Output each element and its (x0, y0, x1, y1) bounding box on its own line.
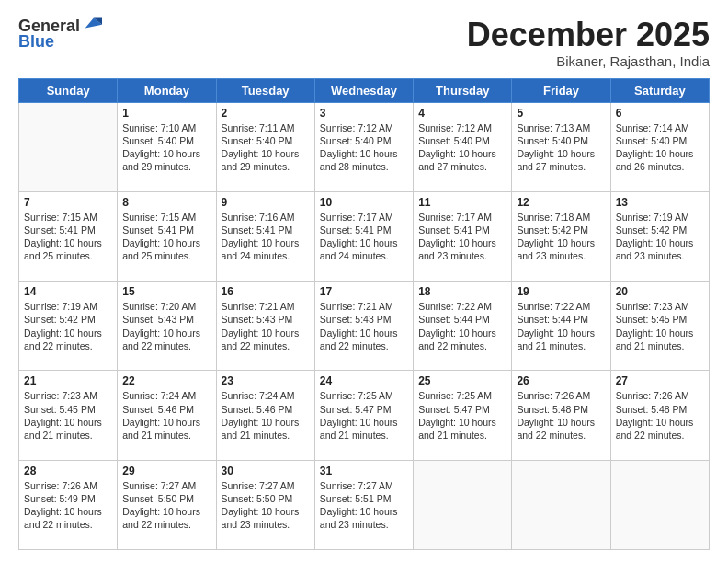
calendar-cell: 8Sunrise: 7:15 AM Sunset: 5:41 PM Daylig… (118, 191, 216, 281)
header: General Blue December 2025 Bikaner, Raja… (18, 17, 710, 69)
day-number: 12 (517, 196, 605, 209)
day-info: Sunrise: 7:10 AM Sunset: 5:40 PM Dayligh… (122, 121, 210, 174)
calendar-cell: 20Sunrise: 7:23 AM Sunset: 5:45 PM Dayli… (610, 282, 709, 371)
day-info: Sunrise: 7:17 AM Sunset: 5:41 PM Dayligh… (418, 211, 506, 263)
day-info: Sunrise: 7:14 AM Sunset: 5:40 PM Dayligh… (616, 121, 704, 174)
day-number: 16 (222, 285, 310, 298)
calendar-cell: 24Sunrise: 7:25 AM Sunset: 5:47 PM Dayli… (314, 371, 413, 460)
day-number: 5 (517, 107, 605, 120)
day-number: 4 (418, 107, 506, 120)
calendar-cell: 19Sunrise: 7:22 AM Sunset: 5:44 PM Dayli… (512, 282, 610, 371)
day-number: 31 (320, 465, 408, 477)
calendar-cell: 13Sunrise: 7:19 AM Sunset: 5:42 PM Dayli… (610, 191, 709, 281)
day-info: Sunrise: 7:22 AM Sunset: 5:44 PM Dayligh… (418, 300, 506, 352)
calendar-week-5: 28Sunrise: 7:26 AM Sunset: 5:49 PM Dayli… (19, 460, 710, 549)
day-number: 28 (24, 465, 112, 477)
calendar-cell: 9Sunrise: 7:16 AM Sunset: 5:41 PM Daylig… (216, 191, 314, 281)
calendar-cell (414, 460, 512, 549)
logo: General Blue (18, 17, 102, 52)
day-number: 9 (222, 196, 310, 209)
calendar-cell: 16Sunrise: 7:21 AM Sunset: 5:43 PM Dayli… (216, 282, 314, 371)
day-info: Sunrise: 7:16 AM Sunset: 5:41 PM Dayligh… (222, 211, 310, 263)
day-info: Sunrise: 7:21 AM Sunset: 5:43 PM Dayligh… (320, 300, 408, 352)
day-info: Sunrise: 7:25 AM Sunset: 5:47 PM Dayligh… (320, 389, 408, 442)
calendar-cell: 30Sunrise: 7:27 AM Sunset: 5:50 PM Dayli… (216, 460, 314, 549)
calendar-cell (610, 460, 709, 549)
day-info: Sunrise: 7:15 AM Sunset: 5:41 PM Dayligh… (122, 211, 210, 263)
col-friday: Friday (512, 78, 610, 102)
calendar-cell: 28Sunrise: 7:26 AM Sunset: 5:49 PM Dayli… (19, 460, 118, 549)
day-info: Sunrise: 7:12 AM Sunset: 5:40 PM Dayligh… (320, 121, 408, 174)
calendar-cell: 26Sunrise: 7:26 AM Sunset: 5:48 PM Dayli… (512, 371, 610, 460)
day-info: Sunrise: 7:23 AM Sunset: 5:45 PM Dayligh… (616, 300, 704, 352)
logo-icon (82, 13, 102, 33)
day-info: Sunrise: 7:27 AM Sunset: 5:51 PM Dayligh… (320, 479, 408, 532)
day-info: Sunrise: 7:19 AM Sunset: 5:42 PM Dayligh… (24, 300, 112, 352)
calendar-cell: 18Sunrise: 7:22 AM Sunset: 5:44 PM Dayli… (414, 282, 512, 371)
day-info: Sunrise: 7:27 AM Sunset: 5:50 PM Dayligh… (122, 479, 210, 532)
calendar-cell: 6Sunrise: 7:14 AM Sunset: 5:40 PM Daylig… (610, 102, 709, 191)
calendar-week-3: 14Sunrise: 7:19 AM Sunset: 5:42 PM Dayli… (19, 282, 710, 371)
calendar-cell: 25Sunrise: 7:25 AM Sunset: 5:47 PM Dayli… (414, 371, 512, 460)
calendar-cell: 1Sunrise: 7:10 AM Sunset: 5:40 PM Daylig… (118, 102, 216, 191)
day-info: Sunrise: 7:18 AM Sunset: 5:42 PM Dayligh… (517, 211, 605, 263)
col-saturday: Saturday (610, 78, 709, 102)
day-info: Sunrise: 7:19 AM Sunset: 5:42 PM Dayligh… (616, 211, 704, 263)
day-number: 11 (418, 196, 506, 209)
day-info: Sunrise: 7:23 AM Sunset: 5:45 PM Dayligh… (24, 389, 112, 442)
month-title: December 2025 (467, 17, 710, 53)
calendar-cell: 22Sunrise: 7:24 AM Sunset: 5:46 PM Dayli… (118, 371, 216, 460)
day-number: 8 (122, 196, 210, 209)
calendar-cell: 31Sunrise: 7:27 AM Sunset: 5:51 PM Dayli… (314, 460, 413, 549)
day-number: 18 (418, 285, 506, 298)
location: Bikaner, Rajasthan, India (467, 53, 710, 69)
day-info: Sunrise: 7:12 AM Sunset: 5:40 PM Dayligh… (418, 121, 506, 174)
day-info: Sunrise: 7:24 AM Sunset: 5:46 PM Dayligh… (122, 389, 210, 442)
day-info: Sunrise: 7:27 AM Sunset: 5:50 PM Dayligh… (222, 479, 310, 532)
calendar-cell: 7Sunrise: 7:15 AM Sunset: 5:41 PM Daylig… (19, 191, 118, 281)
day-number: 14 (24, 285, 112, 298)
calendar-cell: 11Sunrise: 7:17 AM Sunset: 5:41 PM Dayli… (414, 191, 512, 281)
day-number: 27 (616, 374, 704, 387)
calendar-table: Sunday Monday Tuesday Wednesday Thursday… (18, 78, 710, 550)
calendar-cell: 21Sunrise: 7:23 AM Sunset: 5:45 PM Dayli… (19, 371, 118, 460)
day-info: Sunrise: 7:11 AM Sunset: 5:40 PM Dayligh… (222, 121, 310, 174)
calendar-cell: 27Sunrise: 7:26 AM Sunset: 5:48 PM Dayli… (610, 371, 709, 460)
day-number: 7 (24, 196, 112, 209)
calendar-cell: 14Sunrise: 7:19 AM Sunset: 5:42 PM Dayli… (19, 282, 118, 371)
calendar-cell (19, 102, 118, 191)
day-number: 3 (320, 107, 408, 120)
day-number: 26 (517, 374, 605, 387)
day-number: 30 (222, 465, 310, 477)
title-block: December 2025 Bikaner, Rajasthan, India (467, 17, 710, 69)
day-number: 23 (222, 374, 310, 387)
calendar-cell: 3Sunrise: 7:12 AM Sunset: 5:40 PM Daylig… (314, 102, 413, 191)
day-info: Sunrise: 7:22 AM Sunset: 5:44 PM Dayligh… (517, 300, 605, 352)
col-wednesday: Wednesday (314, 78, 413, 102)
col-sunday: Sunday (19, 78, 118, 102)
calendar-cell: 4Sunrise: 7:12 AM Sunset: 5:40 PM Daylig… (414, 102, 512, 191)
day-info: Sunrise: 7:17 AM Sunset: 5:41 PM Dayligh… (320, 211, 408, 263)
col-thursday: Thursday (414, 78, 512, 102)
calendar-cell: 17Sunrise: 7:21 AM Sunset: 5:43 PM Dayli… (314, 282, 413, 371)
day-number: 10 (320, 196, 408, 209)
day-number: 24 (320, 374, 408, 387)
day-number: 17 (320, 285, 408, 298)
day-number: 1 (122, 107, 210, 120)
calendar-header-row: Sunday Monday Tuesday Wednesday Thursday… (19, 78, 710, 102)
day-number: 25 (418, 374, 506, 387)
day-info: Sunrise: 7:24 AM Sunset: 5:46 PM Dayligh… (222, 389, 310, 442)
day-info: Sunrise: 7:21 AM Sunset: 5:43 PM Dayligh… (222, 300, 310, 352)
page: General Blue December 2025 Bikaner, Raja… (0, 0, 728, 563)
calendar-cell: 10Sunrise: 7:17 AM Sunset: 5:41 PM Dayli… (314, 191, 413, 281)
col-tuesday: Tuesday (216, 78, 314, 102)
calendar-cell: 5Sunrise: 7:13 AM Sunset: 5:40 PM Daylig… (512, 102, 610, 191)
day-number: 2 (222, 107, 310, 120)
day-info: Sunrise: 7:26 AM Sunset: 5:48 PM Dayligh… (616, 389, 704, 442)
calendar-week-4: 21Sunrise: 7:23 AM Sunset: 5:45 PM Dayli… (19, 371, 710, 460)
calendar-cell: 23Sunrise: 7:24 AM Sunset: 5:46 PM Dayli… (216, 371, 314, 460)
day-number: 6 (616, 107, 704, 120)
day-number: 20 (616, 285, 704, 298)
calendar-cell: 29Sunrise: 7:27 AM Sunset: 5:50 PM Dayli… (118, 460, 216, 549)
day-number: 21 (24, 374, 112, 387)
